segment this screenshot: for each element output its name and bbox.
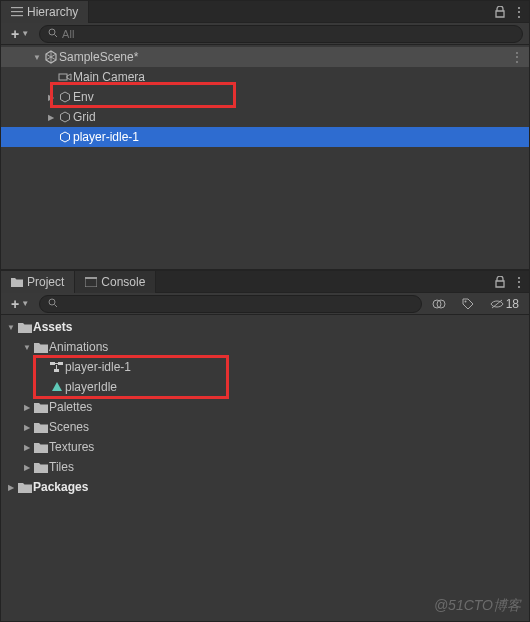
project-tree: ▼ Assets ▼ Animations player-idle-1 play… <box>1 315 529 621</box>
folder-label: Scenes <box>49 420 89 434</box>
scene-row[interactable]: ▼ SampleScene* ⋮ <box>1 47 529 67</box>
folder-icon <box>33 402 49 413</box>
svg-rect-2 <box>11 15 23 16</box>
project-panel: Project Console ⋮ +▼ <box>0 270 530 622</box>
camera-icon <box>57 71 73 83</box>
add-button[interactable]: +▼ <box>7 25 33 43</box>
gameobject-row[interactable]: Main Camera <box>1 67 529 87</box>
gameobject-icon <box>57 91 73 103</box>
folder-label: Tiles <box>49 460 74 474</box>
animator-controller-icon <box>49 361 65 373</box>
folder-icon <box>33 462 49 473</box>
console-tab-label: Console <box>101 275 145 289</box>
hierarchy-tab-bar: Hierarchy ⋮ <box>1 1 529 23</box>
search-icon <box>48 27 58 41</box>
folder-label: Palettes <box>49 400 92 414</box>
expand-toggle[interactable]: ▶ <box>21 403 33 412</box>
expand-toggle[interactable]: ▶ <box>45 93 57 102</box>
gameobject-row[interactable]: ▶ Env <box>1 87 529 107</box>
hierarchy-search[interactable] <box>39 25 523 43</box>
folder-row[interactable]: ▶ Tiles <box>1 457 529 477</box>
hierarchy-panel: Hierarchy ⋮ +▼ ▼ SampleScene* ⋮ <box>0 0 530 270</box>
folder-label: Animations <box>49 340 108 354</box>
hierarchy-tab-label: Hierarchy <box>27 5 78 19</box>
asset-label: player-idle-1 <box>65 360 131 374</box>
folder-row-assets[interactable]: ▼ Assets <box>1 317 529 337</box>
panel-menu-icon[interactable]: ⋮ <box>509 3 529 21</box>
filter-by-label-icon[interactable] <box>458 295 478 313</box>
hierarchy-search-input[interactable] <box>62 28 514 40</box>
gameobject-label: Grid <box>73 110 96 124</box>
folder-icon <box>33 442 49 453</box>
folder-icon <box>11 277 23 287</box>
project-tab-label: Project <box>27 275 64 289</box>
svg-rect-14 <box>50 362 55 365</box>
expand-toggle[interactable]: ▶ <box>5 483 17 492</box>
project-search[interactable] <box>39 295 422 313</box>
svg-rect-5 <box>59 74 67 80</box>
folder-icon <box>17 482 33 493</box>
search-icon <box>48 297 58 311</box>
folder-icon <box>33 342 49 353</box>
expand-toggle[interactable]: ▶ <box>21 463 33 472</box>
gameobject-icon <box>57 131 73 143</box>
svg-line-4 <box>55 34 58 37</box>
tab-project[interactable]: Project <box>1 271 75 293</box>
folder-row-packages[interactable]: ▶ Packages <box>1 477 529 497</box>
svg-rect-16 <box>54 369 59 372</box>
folder-row[interactable]: ▶ Textures <box>1 437 529 457</box>
expand-toggle[interactable]: ▶ <box>21 443 33 452</box>
gameobject-row-selected[interactable]: player-idle-1 <box>1 127 529 147</box>
gameobject-row[interactable]: ▶ Grid <box>1 107 529 127</box>
tab-console[interactable]: Console <box>75 271 156 293</box>
project-tab-bar: Project Console ⋮ <box>1 271 529 293</box>
unity-icon <box>43 50 59 64</box>
svg-rect-1 <box>11 11 23 12</box>
expand-toggle[interactable]: ▼ <box>31 53 43 62</box>
asset-row[interactable]: playerIdle <box>1 377 529 397</box>
hidden-count: 18 <box>506 297 519 311</box>
hierarchy-tree: ▼ SampleScene* ⋮ Main Camera ▶ Env ▶ <box>1 45 529 269</box>
svg-point-8 <box>49 299 55 305</box>
animation-clip-icon <box>49 381 65 393</box>
tab-hierarchy[interactable]: Hierarchy <box>1 1 89 23</box>
lock-icon[interactable] <box>491 273 509 291</box>
scene-menu-icon[interactable]: ⋮ <box>511 50 523 64</box>
watermark: @51CTO博客 <box>434 597 521 615</box>
expand-toggle[interactable]: ▶ <box>45 113 57 122</box>
svg-rect-7 <box>85 277 97 279</box>
gameobject-label: Main Camera <box>73 70 145 84</box>
add-button[interactable]: +▼ <box>7 295 33 313</box>
svg-line-9 <box>55 304 58 307</box>
svg-rect-0 <box>11 7 23 8</box>
folder-row-animations[interactable]: ▼ Animations <box>1 337 529 357</box>
folder-label: Textures <box>49 440 94 454</box>
folder-row[interactable]: ▶ Palettes <box>1 397 529 417</box>
project-toolbar: +▼ 18 <box>1 293 529 315</box>
project-search-input[interactable] <box>62 298 413 310</box>
folder-icon <box>17 322 33 333</box>
svg-point-3 <box>49 29 55 35</box>
gameobject-icon <box>57 111 73 123</box>
folder-icon <box>33 422 49 433</box>
svg-point-12 <box>464 300 466 302</box>
gameobject-label: player-idle-1 <box>73 130 139 144</box>
gameobject-label: Env <box>73 90 94 104</box>
filter-by-type-icon[interactable] <box>428 295 450 313</box>
panel-menu-icon[interactable]: ⋮ <box>509 273 529 291</box>
console-icon <box>85 277 97 287</box>
expand-toggle[interactable]: ▼ <box>21 343 33 352</box>
expand-toggle[interactable]: ▼ <box>5 323 17 332</box>
scene-label: SampleScene* <box>59 50 138 64</box>
expand-toggle[interactable]: ▶ <box>21 423 33 432</box>
lock-icon[interactable] <box>491 3 509 21</box>
folder-label: Packages <box>33 480 88 494</box>
hidden-packages-icon[interactable]: 18 <box>486 295 523 313</box>
asset-label: playerIdle <box>65 380 117 394</box>
folder-label: Assets <box>33 320 72 334</box>
asset-row[interactable]: player-idle-1 <box>1 357 529 377</box>
svg-rect-15 <box>58 362 63 365</box>
hierarchy-icon <box>11 6 23 18</box>
hierarchy-toolbar: +▼ <box>1 23 529 45</box>
folder-row[interactable]: ▶ Scenes <box>1 417 529 437</box>
